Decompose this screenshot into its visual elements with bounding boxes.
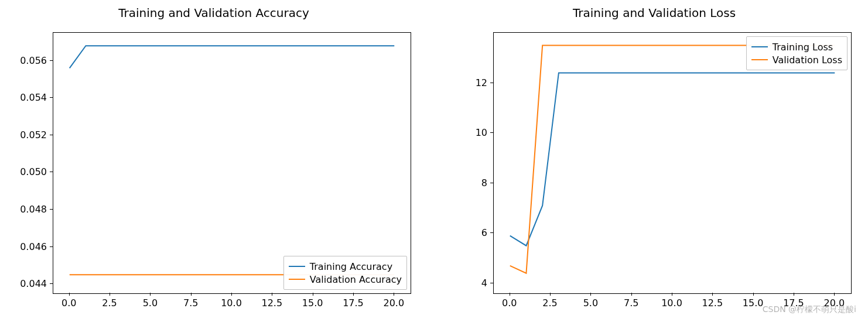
legend-label: Validation Loss xyxy=(773,54,842,66)
x-tick-label: 15.0 xyxy=(743,297,764,309)
x-tick-label: 20.0 xyxy=(383,297,404,309)
legend-swatch xyxy=(289,279,305,280)
legend-item: Training Accuracy xyxy=(289,260,402,273)
legend: Training LossValidation Loss xyxy=(746,36,848,70)
y-tick-mark xyxy=(50,135,53,135)
legend-item: Training Loss xyxy=(751,40,842,53)
y-tick-label: 0.056 xyxy=(20,54,47,66)
watermark: CSDN @柠檬不萌只是酸i xyxy=(763,304,856,315)
x-tick-label: 12.5 xyxy=(262,297,283,309)
x-tick-mark xyxy=(834,293,835,296)
loss-chart: Training and Validation Loss Training Lo… xyxy=(440,0,868,322)
x-tick-mark xyxy=(69,293,70,296)
legend-swatch xyxy=(751,46,768,47)
x-tick-mark xyxy=(394,293,394,296)
series-line xyxy=(70,46,395,68)
legend-swatch xyxy=(751,59,768,60)
series-line xyxy=(510,45,835,273)
legend-label: Validation Accuracy xyxy=(310,274,402,285)
y-tick-mark xyxy=(50,172,53,172)
x-tick-mark xyxy=(272,293,272,296)
y-tick-label: 0.050 xyxy=(20,166,47,177)
x-tick-mark xyxy=(110,293,110,296)
plot-area: Training LossValidation Loss xyxy=(493,32,852,294)
x-tick-mark xyxy=(353,293,354,296)
y-tick-label: 0.052 xyxy=(20,129,47,140)
y-tick-mark xyxy=(490,183,493,183)
x-tick-mark xyxy=(590,293,591,296)
line-plot xyxy=(494,33,851,293)
line-plot xyxy=(53,33,411,293)
y-tick-mark xyxy=(490,83,493,83)
y-tick-label: 0.048 xyxy=(20,203,47,214)
series-line xyxy=(510,73,835,245)
plot-area: Training AccuracyValidation Accuracy xyxy=(53,32,411,294)
x-tick-label: 17.5 xyxy=(343,297,364,309)
y-tick-label: 0.054 xyxy=(20,92,47,103)
x-tick-label: 5.0 xyxy=(583,297,598,309)
y-tick-mark xyxy=(490,132,493,133)
y-tick-label: 0.044 xyxy=(20,278,47,289)
legend-item: Validation Accuracy xyxy=(289,273,402,286)
x-tick-label: 0.0 xyxy=(502,297,517,309)
y-tick-label: 8 xyxy=(481,177,487,188)
legend: Training AccuracyValidation Accuracy xyxy=(283,256,407,290)
x-tick-label: 0.0 xyxy=(61,297,76,309)
legend-label: Training Accuracy xyxy=(310,261,392,272)
y-tick-label: 4 xyxy=(481,277,487,288)
x-tick-mark xyxy=(753,293,754,296)
x-tick-label: 10.0 xyxy=(661,297,682,309)
x-tick-label: 12.5 xyxy=(702,297,723,309)
accuracy-chart: Training and Validation Accuracy Trainin… xyxy=(0,0,428,322)
legend-item: Validation Loss xyxy=(751,53,842,66)
x-tick-mark xyxy=(672,293,672,296)
legend-swatch xyxy=(289,266,305,267)
y-tick-label: 6 xyxy=(481,227,487,238)
y-tick-label: 12 xyxy=(476,77,487,88)
x-tick-label: 2.5 xyxy=(102,297,117,309)
y-tick-mark xyxy=(50,209,53,210)
y-tick-label: 10 xyxy=(476,127,487,138)
chart-title: Training and Validation Loss xyxy=(440,6,868,20)
y-tick-mark xyxy=(50,283,53,284)
y-tick-mark xyxy=(490,283,493,283)
x-tick-label: 15.0 xyxy=(302,297,323,309)
y-tick-mark xyxy=(490,232,493,233)
x-tick-label: 5.0 xyxy=(143,297,158,309)
y-tick-mark xyxy=(50,60,53,61)
y-tick-mark xyxy=(50,246,53,247)
x-tick-mark xyxy=(631,293,632,296)
x-tick-mark xyxy=(150,293,151,296)
x-tick-mark xyxy=(794,293,794,296)
x-tick-label: 2.5 xyxy=(542,297,557,309)
x-tick-mark xyxy=(550,293,551,296)
x-tick-mark xyxy=(191,293,192,296)
legend-label: Training Loss xyxy=(773,42,833,53)
y-tick-mark xyxy=(50,97,53,98)
x-tick-label: 7.5 xyxy=(183,297,198,309)
chart-title: Training and Validation Accuracy xyxy=(0,6,428,20)
x-tick-mark xyxy=(231,293,232,296)
x-tick-label: 10.0 xyxy=(221,297,242,309)
figure: Training and Validation Accuracy Trainin… xyxy=(0,0,868,322)
x-tick-mark xyxy=(510,293,510,296)
x-tick-mark xyxy=(313,293,313,296)
x-tick-mark xyxy=(712,293,713,296)
x-tick-label: 7.5 xyxy=(624,297,638,309)
y-tick-label: 0.046 xyxy=(20,241,47,252)
